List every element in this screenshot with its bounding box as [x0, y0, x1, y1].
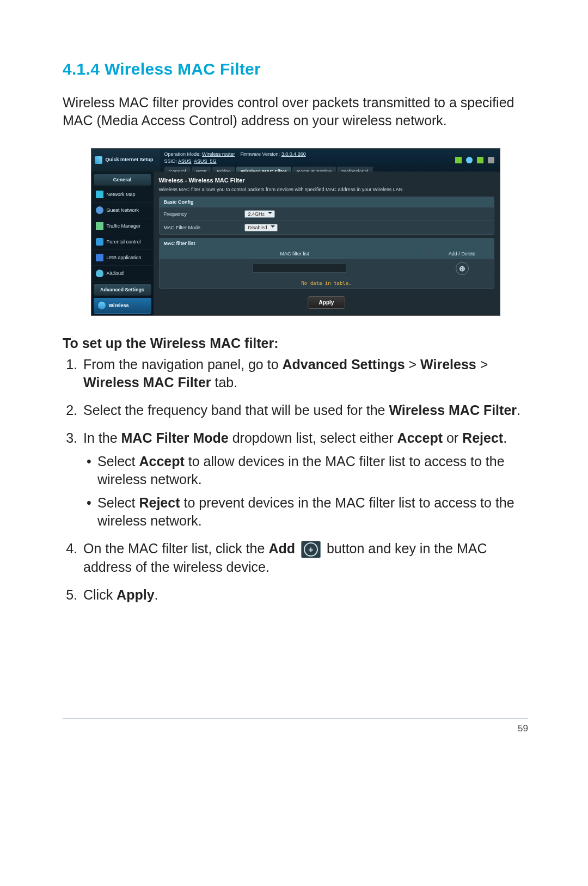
mac-filter-list-header: MAC filter list	[160, 239, 494, 248]
step-3-sub-2: Select Reject to prevent devices in the …	[87, 494, 528, 530]
router-ui-screenshot: Quick Internet Setup Operation Mode: Wir…	[91, 148, 500, 316]
quick-internet-setup[interactable]: Quick Internet Setup	[91, 149, 160, 172]
traffic-manager-icon	[96, 222, 103, 230]
basic-config-header: Basic Config	[160, 197, 494, 207]
user-icon[interactable]	[455, 157, 462, 163]
step-1: From the navigation panel, go to Advance…	[81, 356, 528, 392]
globe-icon[interactable]	[466, 157, 473, 163]
step-4: On the MAC filter list, click the Add + …	[81, 540, 528, 576]
no-data-message: No data in table.	[160, 278, 494, 288]
sidebar-item-parental-control[interactable]: Parental control	[91, 234, 154, 250]
step-3: In the MAC Filter Mode dropdown list, se…	[81, 429, 528, 530]
frequency-label: Frequency	[164, 211, 240, 217]
wand-icon	[95, 156, 102, 164]
panel-title: Wireless - Wireless MAC Filter	[159, 177, 494, 184]
sidebar-item-traffic-manager[interactable]: Traffic Manager	[91, 218, 154, 234]
sidebar-cat-general: General	[94, 174, 151, 186]
step-2: Select the frequency band that will be u…	[81, 401, 528, 419]
sidebar: General Network Map Guest Network Traffi…	[91, 172, 154, 315]
section-title-text: Wireless MAC Filter	[105, 60, 261, 78]
sidebar-cat-advanced: Advanced Settings	[94, 284, 151, 296]
mac-address-input[interactable]	[253, 263, 346, 273]
main-panel: Wireless - Wireless MAC Filter Wireless …	[154, 172, 500, 315]
instructions-heading: To set up the Wireless MAC filter:	[63, 335, 528, 351]
op-mode-label: Operation Mode:	[164, 151, 201, 157]
step-5: Click Apply.	[81, 586, 528, 604]
header-icons	[455, 149, 500, 172]
guest-network-icon	[96, 206, 103, 214]
fw-label: Firmware Version:	[241, 151, 280, 157]
plus-circle-icon: +	[304, 542, 318, 557]
sidebar-item-guest-network[interactable]: Guest Network	[91, 203, 154, 218]
wireless-icon	[98, 302, 106, 309]
col-add-delete: Add / Delete	[430, 248, 494, 259]
ssid-1[interactable]: ASUS	[178, 158, 192, 164]
usb-icon[interactable]	[477, 157, 483, 163]
col-mac-filter-list: MAC filter list	[160, 248, 430, 259]
section-heading: 4.1.4 Wireless MAC Filter	[63, 60, 528, 78]
sidebar-item-usb-application[interactable]: USB application	[91, 250, 154, 266]
lock-icon[interactable]	[488, 157, 494, 163]
page-number: 59	[63, 723, 528, 734]
section-intro: Wireless MAC filter provides control ove…	[63, 94, 528, 130]
mac-filter-mode-select[interactable]: Disabled	[244, 224, 278, 231]
status-bar: Operation Mode: Wireless router Firmware…	[160, 149, 455, 172]
ssid-label: SSID:	[164, 158, 177, 164]
sidebar-item-network-map[interactable]: Network Map	[91, 187, 154, 203]
ssid-2[interactable]: ASUS_5G	[194, 158, 217, 164]
instruction-steps: From the navigation panel, go to Advance…	[63, 356, 528, 604]
apply-button[interactable]: Apply	[308, 296, 346, 309]
inline-add-icon: +	[301, 541, 321, 558]
fw-value[interactable]: 3.0.0.4.260	[281, 151, 306, 157]
sidebar-item-aicloud[interactable]: AiCloud	[91, 266, 154, 282]
aicloud-icon	[96, 270, 103, 277]
section-number: 4.1.4	[63, 60, 100, 78]
step-3-sub-1: Select Accept to allow devices in the MA…	[87, 453, 528, 488]
basic-config-box: Basic Config Frequency 2.4GHz MAC Filter…	[159, 197, 494, 235]
usb-application-icon	[96, 254, 103, 261]
sidebar-item-wireless[interactable]: Wireless	[94, 298, 151, 314]
qis-label: Quick Internet Setup	[106, 157, 154, 163]
frequency-select[interactable]: 2.4GHz	[244, 210, 275, 218]
network-map-icon	[96, 191, 103, 198]
panel-desc: Wireless MAC filter allows you to contro…	[159, 187, 494, 192]
footer-rule	[63, 718, 528, 719]
mac-filter-list-box: MAC filter list MAC filter list Add / De…	[159, 238, 494, 289]
add-mac-button[interactable]: ⊕	[456, 262, 469, 275]
mac-filter-mode-label: MAC Filter Mode	[164, 225, 240, 230]
op-mode-value[interactable]: Wireless router	[202, 151, 235, 157]
parental-control-icon	[96, 238, 103, 246]
